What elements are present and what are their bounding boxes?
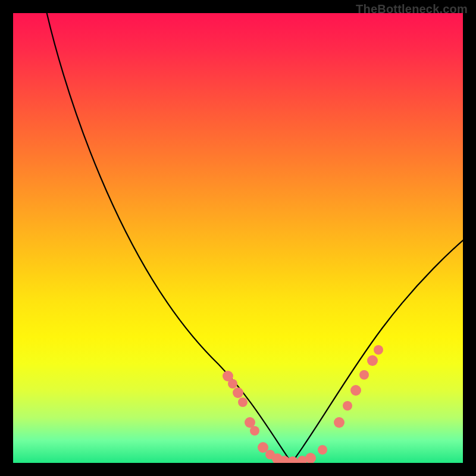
data-points	[223, 345, 383, 463]
data-point	[367, 355, 378, 366]
data-point	[350, 385, 361, 396]
data-point	[233, 387, 243, 398]
curve-svg	[13, 13, 463, 463]
data-point	[334, 417, 345, 428]
chart-stage: TheBottleneck.com	[0, 0, 476, 476]
data-point	[343, 401, 352, 411]
data-point	[258, 442, 268, 453]
data-point	[305, 453, 316, 463]
curve-left	[42, 13, 292, 463]
data-point	[359, 370, 369, 380]
data-point	[287, 456, 298, 463]
data-point	[374, 345, 383, 355]
data-point	[238, 397, 248, 407]
data-point	[318, 445, 327, 455]
data-point	[228, 379, 237, 389]
plot-area	[13, 13, 463, 463]
data-point	[250, 426, 259, 436]
